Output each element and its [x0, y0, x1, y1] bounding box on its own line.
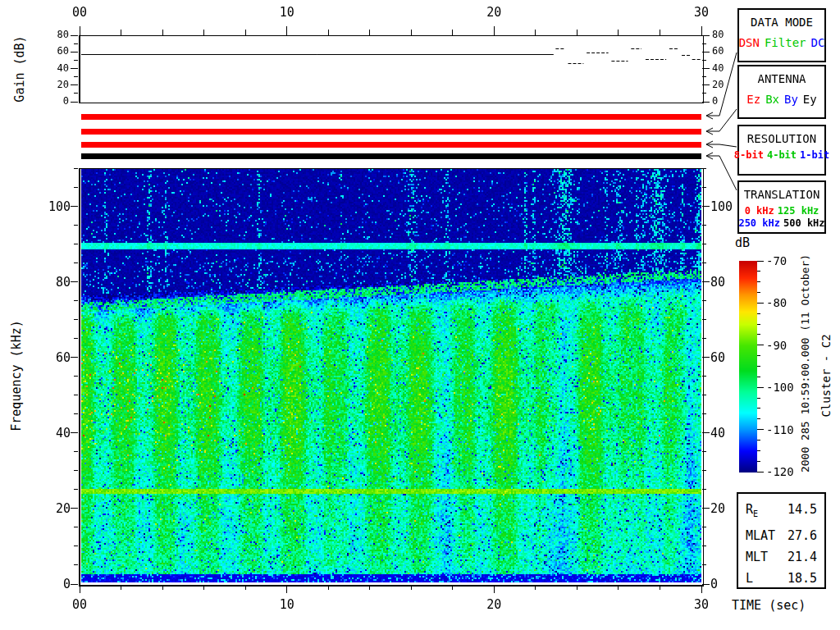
info-box-title: ANTENNA — [739, 72, 824, 85]
spacecraft-label: Cluster - C2 — [819, 334, 833, 417]
info-box-row: EzBxByEy — [739, 93, 824, 106]
colorbar-tick — [757, 440, 760, 441]
freq-tick — [74, 395, 78, 395]
gain-db-tick — [74, 60, 78, 61]
gain-time-tick — [618, 30, 619, 35]
ephemeris-value: 21.4 — [788, 546, 817, 568]
info-box-item: By — [784, 93, 798, 106]
colorbar-units-label: dB — [735, 235, 750, 250]
info-box-row: 250 kHz500 kHz — [739, 217, 824, 229]
freq-tick — [702, 319, 706, 320]
colorbar-tick — [757, 261, 764, 262]
spec-time-tick-label: 20 — [486, 597, 501, 612]
gain-db-tick-label: 20 — [712, 79, 724, 90]
freq-tick — [702, 300, 706, 301]
gain-db-tick-label: 80 — [712, 29, 724, 40]
spec-time-tick — [162, 586, 163, 590]
ephemeris-label-subscript: E — [753, 509, 758, 518]
gain-db-tick — [71, 84, 78, 85]
freq-tick — [74, 338, 78, 339]
colorbar-tick-label: -100 — [766, 381, 794, 394]
info-box-data-mode: DATA MODEDSNFilterDC — [737, 8, 826, 62]
gain-db-tick-label: 0 — [712, 95, 718, 107]
freq-tick-label: 60 — [710, 350, 725, 365]
gain-db-tick-label: 20 — [48, 79, 69, 90]
freq-tick-label: 0 — [710, 577, 718, 591]
spec-time-tick — [577, 586, 578, 590]
spec-time-tick — [328, 586, 329, 590]
colorbar-tick — [757, 334, 760, 335]
ephemeris-value: 18.5 — [788, 568, 817, 589]
colorbar-tick — [757, 324, 760, 325]
gain-db-tick — [702, 93, 706, 94]
ephemeris-row: L18.5 — [738, 568, 824, 589]
freq-tick-label: 20 — [43, 501, 71, 516]
antenna-arrow — [706, 109, 737, 131]
ephemeris-row: MLAT27.6 — [738, 525, 824, 546]
info-box-item: Ey — [803, 93, 817, 106]
freq-tick — [702, 508, 710, 509]
spec-time-tick — [618, 586, 619, 590]
ephemeris-label: L — [746, 568, 753, 589]
info-box-item: DC — [811, 36, 825, 49]
freq-tick-label: 40 — [43, 426, 71, 441]
gain-time-tick — [286, 26, 287, 35]
info-box-title: TRANSLATION — [739, 188, 824, 201]
spec-time-tick — [494, 586, 495, 593]
gain-axis-title: Gain (dB) — [12, 35, 27, 102]
colorbar-tick — [757, 450, 760, 451]
freq-tick — [74, 300, 78, 301]
freq-tick-label: 80 — [43, 275, 71, 290]
ephemeris-label: MLAT — [746, 525, 775, 546]
colorbar-canvas — [739, 261, 757, 472]
timestamp-label: 2000 285 10:59:00.000 (11 October) — [799, 254, 811, 472]
spec-time-tick-label: 10 — [280, 597, 294, 612]
freq-tick — [74, 413, 78, 414]
colorbar-tick — [757, 429, 764, 430]
frequency-axis-title: Frequency (kHz) — [9, 320, 24, 431]
gain-db-tick — [71, 102, 78, 103]
freq-tick — [74, 225, 78, 226]
freq-tick — [74, 168, 78, 169]
colorbar-tick — [757, 461, 760, 462]
ephemeris-label: RE — [746, 499, 758, 525]
gain-plot-frame — [79, 35, 704, 103]
colorbar-tick — [757, 418, 760, 419]
freq-tick — [702, 225, 706, 226]
status-bar-resolution — [81, 142, 701, 148]
info-box-item: 250 kHz — [738, 217, 780, 229]
colorbar-tick-label: -90 — [766, 339, 787, 352]
gain-time-tick — [328, 30, 329, 35]
freq-tick-label: 80 — [710, 275, 725, 290]
gain-time-tick — [411, 30, 412, 35]
freq-tick — [71, 281, 78, 282]
freq-tick — [702, 564, 706, 565]
gain-db-tick — [71, 52, 78, 52]
freq-tick-label: 0 — [43, 577, 71, 591]
info-box-resolution: RESOLUTION8-bit4-bit1-bit — [737, 125, 826, 176]
spec-time-tick-label: 00 — [72, 597, 87, 612]
gain-db-tick — [702, 76, 706, 77]
gain-time-tick — [660, 30, 660, 35]
info-box-title: DATA MODE — [739, 16, 824, 29]
freq-tick — [74, 262, 78, 263]
gain-time-tick-label: 10 — [280, 5, 294, 20]
gain-db-tick — [71, 35, 78, 36]
spec-time-tick — [411, 586, 412, 590]
freq-tick — [702, 470, 706, 471]
colorbar-tick — [757, 377, 760, 377]
freq-tick — [74, 451, 78, 452]
gain-time-tick-label: 30 — [694, 5, 709, 20]
freq-tick — [702, 281, 710, 282]
gain-time-tick — [80, 26, 80, 35]
freq-tick — [71, 206, 78, 207]
colorbar-tick-label: -70 — [766, 254, 787, 267]
spec-time-tick — [245, 586, 246, 590]
ephemeris-row: RE14.5 — [738, 499, 824, 525]
spec-time-tick — [452, 586, 453, 590]
gain-db-tick — [74, 43, 78, 44]
gain-db-tick-label: 60 — [48, 45, 69, 57]
info-box-row: 8-bit4-bit1-bit — [739, 149, 824, 161]
gain-db-tick — [702, 60, 706, 61]
gain-db-tick — [702, 43, 706, 44]
